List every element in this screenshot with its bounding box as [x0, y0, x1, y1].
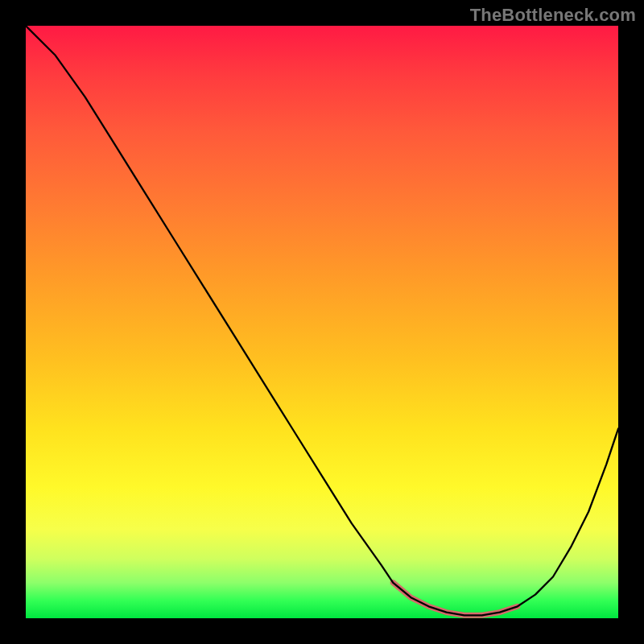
highlight-band: [393, 583, 518, 616]
chart-svg: [26, 26, 618, 618]
watermark-label: TheBottleneck.com: [470, 5, 636, 26]
chart-area: [26, 26, 618, 618]
bottleneck-curve: [26, 26, 618, 615]
